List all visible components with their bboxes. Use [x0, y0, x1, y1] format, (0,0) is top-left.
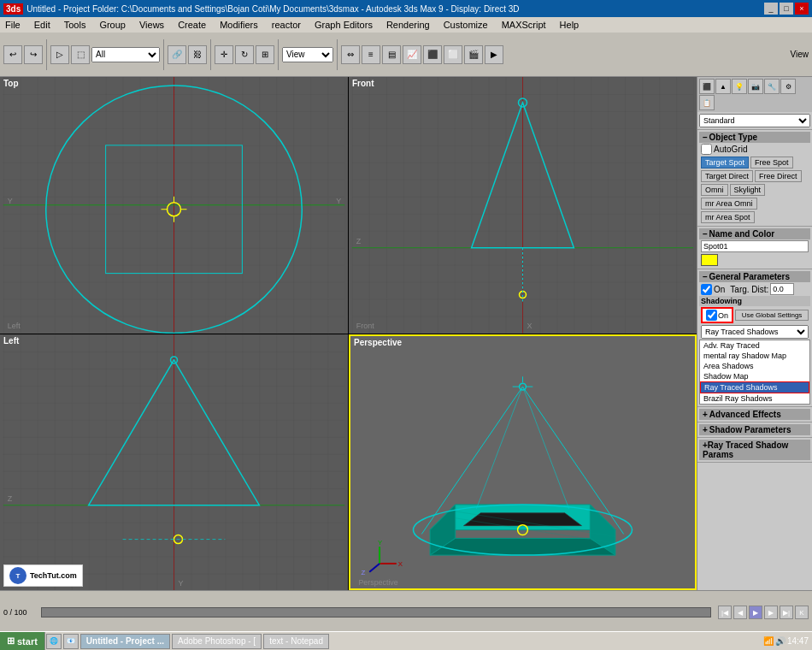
name-color-header[interactable]: – Name and Color — [699, 228, 810, 239]
title-controls[interactable]: _ □ × — [764, 3, 809, 15]
ray-traced-header[interactable]: +Ray Traced Shadow Params — [699, 440, 810, 460]
svg-text:Y: Y — [8, 197, 13, 205]
prev-frame-btn[interactable]: ◀ — [733, 606, 747, 619]
object-type-header[interactable]: – Object Type — [699, 132, 810, 143]
maximize-btn[interactable]: □ — [780, 3, 793, 15]
shadow-option-area[interactable]: Area Shadows — [700, 361, 809, 371]
menu-views[interactable]: Views — [136, 19, 168, 31]
viewport-perspective[interactable]: Perspective — [349, 334, 697, 591]
autogrid-checkbox[interactable] — [701, 144, 712, 155]
material-editor-btn[interactable]: ⬜ — [444, 45, 462, 64]
free-direct-btn[interactable]: Free Direct — [755, 170, 802, 182]
minimize-btn[interactable]: _ — [764, 3, 778, 15]
rp-icon-5[interactable]: 🔧 — [764, 79, 780, 94]
general-params-collapse: – — [703, 272, 708, 281]
select-move-btn[interactable]: ✛ — [215, 45, 233, 64]
menu-graph-editors[interactable]: Graph Editors — [311, 19, 376, 31]
rp-icon-7[interactable]: 📋 — [699, 95, 715, 110]
target-spot-btn[interactable]: Target Spot — [701, 157, 749, 168]
go-start-btn[interactable]: |◀ — [718, 606, 732, 619]
mirror-btn[interactable]: ⇔ — [341, 45, 360, 64]
key-mode-btn[interactable]: K — [795, 606, 809, 619]
schematic-btn[interactable]: ⬛ — [423, 45, 442, 64]
frame-label: 0 / 100 — [3, 608, 38, 617]
menu-maxscript[interactable]: MAXScript — [498, 19, 550, 31]
go-end-btn[interactable]: ▶| — [780, 606, 793, 619]
link-btn[interactable]: 🔗 — [168, 45, 186, 64]
curve-editor-btn[interactable]: 📈 — [403, 45, 421, 64]
taskbar-item-notepad[interactable]: text - Notepad — [263, 634, 329, 649]
svg-text:Z: Z — [356, 237, 362, 245]
mr-area-spot-btn[interactable]: mr Area Spot — [701, 211, 755, 223]
shadow-option-ray-traced[interactable]: Ray Traced Shadows — [700, 381, 809, 393]
shadow-option-adv-ray[interactable]: Adv. Ray Traced — [700, 340, 809, 351]
menu-customize[interactable]: Customize — [440, 19, 491, 31]
shadow-option-mental-ray[interactable]: mental ray Shadow Map — [700, 351, 809, 361]
shadow-on-checkbox[interactable] — [706, 310, 717, 321]
select-btn[interactable]: ▷ — [50, 45, 69, 64]
rp-icon-1[interactable]: ⬛ — [699, 79, 715, 94]
layer-btn[interactable]: ▤ — [382, 45, 401, 64]
menu-modifiers[interactable]: Modifiers — [216, 19, 262, 31]
light-type-row-3: Omni Skylight — [699, 183, 810, 197]
named-selection-dropdown[interactable]: All — [91, 47, 160, 62]
target-direct-btn[interactable]: Target Direct — [701, 170, 753, 182]
taskbar-ie-icon[interactable]: 🌐 — [46, 634, 62, 649]
render-scene-btn[interactable]: 🎬 — [464, 45, 483, 64]
viewport-front[interactable]: Front — [349, 77, 697, 334]
menu-help[interactable]: Help — [556, 19, 583, 31]
omni-btn[interactable]: Omni — [701, 184, 728, 196]
on-checkbox[interactable] — [701, 284, 712, 295]
mr-area-omni-btn[interactable]: mr Area Omni — [701, 198, 757, 210]
close-btn[interactable]: × — [795, 3, 809, 15]
taskbar-outlook-icon[interactable]: 📧 — [63, 634, 79, 649]
menu-group[interactable]: Group — [96, 19, 129, 31]
menu-rendering[interactable]: Rendering — [383, 19, 433, 31]
menu-tools[interactable]: Tools — [61, 19, 90, 31]
select-region-btn[interactable]: ⬚ — [71, 45, 90, 64]
view-selector[interactable]: View — [282, 47, 333, 62]
rp-icon-3[interactable]: 💡 — [732, 79, 747, 94]
menu-create[interactable]: Create — [174, 19, 209, 31]
rp-icon-4[interactable]: 📷 — [748, 79, 763, 94]
redo-btn[interactable]: ↪ — [24, 45, 43, 64]
undo-btn[interactable]: ↩ — [3, 45, 22, 64]
shadow-type-select[interactable]: Ray Traced Shadows — [701, 325, 809, 339]
play-btn[interactable]: ▶ — [749, 606, 762, 619]
advanced-effects-header[interactable]: + Advanced Effects — [699, 409, 810, 420]
shadow-params-header[interactable]: + Shadow Parameters — [699, 424, 810, 435]
general-params-header[interactable]: – General Parameters — [699, 271, 810, 282]
viewport-top[interactable]: Top — [0, 77, 348, 334]
svg-text:Y: Y — [336, 197, 341, 205]
free-spot-btn[interactable]: Free Spot — [750, 157, 793, 168]
menu-edit[interactable]: Edit — [31, 19, 54, 31]
name-input[interactable]: Spot01 — [701, 240, 809, 252]
use-global-settings-btn[interactable]: Use Global Settings — [735, 310, 809, 321]
start-button[interactable]: ⊞ start — [0, 632, 45, 650]
tray-volume-icon: 🔊 — [775, 636, 786, 646]
targ-dist-input[interactable] — [770, 283, 794, 295]
taskbar-item-photoshop[interactable]: Adobe Photoshop - [ — [172, 634, 262, 649]
standard-dropdown[interactable]: Standard — [699, 114, 810, 127]
rp-icon-2[interactable]: ▲ — [715, 79, 731, 94]
svg-marker-40 — [430, 538, 615, 555]
align-btn[interactable]: ≡ — [362, 45, 380, 64]
menu-file[interactable]: File — [2, 19, 24, 31]
taskbar-item-3dsmax[interactable]: Untitled - Project ... — [80, 634, 170, 649]
select-scale-btn[interactable]: ⊞ — [256, 45, 274, 64]
techtut-logo: T — [9, 567, 26, 584]
shadow-option-brazil[interactable]: Brazil Ray Shadows — [700, 393, 809, 404]
color-swatch[interactable] — [701, 254, 718, 266]
unlink-btn[interactable]: ⛓ — [188, 45, 207, 64]
shadow-option-map[interactable]: Shadow Map — [700, 371, 809, 381]
rp-icon-6[interactable]: ⚙ — [780, 79, 796, 94]
select-rotate-btn[interactable]: ↻ — [235, 45, 254, 64]
timeline-bar[interactable] — [41, 607, 711, 618]
next-frame-btn[interactable]: ▶ — [764, 606, 778, 619]
svg-text:Y: Y — [378, 539, 383, 547]
skylight-btn[interactable]: Skylight — [730, 184, 766, 196]
vp-top-label: Top — [3, 79, 19, 88]
viewport-left[interactable]: Left T TechTut.com — [0, 334, 348, 591]
render-btn[interactable]: ▶ — [485, 45, 503, 64]
menu-reactor[interactable]: reactor — [268, 19, 304, 31]
